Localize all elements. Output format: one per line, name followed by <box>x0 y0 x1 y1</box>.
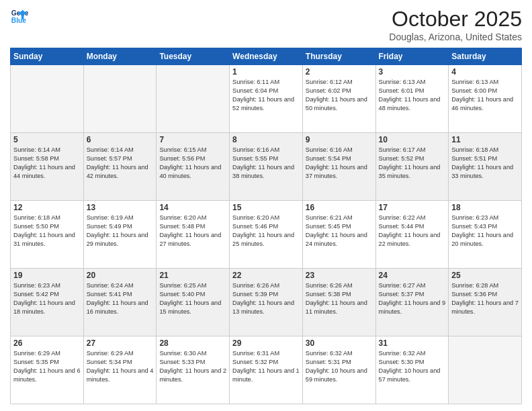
day-info: Sunrise: 6:14 AM Sunset: 5:58 PM Dayligh… <box>13 146 81 181</box>
day-info: Sunrise: 6:25 AM Sunset: 5:40 PM Dayligh… <box>159 281 226 316</box>
day-info: Sunrise: 6:12 AM Sunset: 6:02 PM Dayligh… <box>306 78 373 113</box>
table-row: 21Sunrise: 6:25 AM Sunset: 5:40 PM Dayli… <box>157 269 230 336</box>
header-saturday: Saturday <box>449 48 522 65</box>
day-number: 15 <box>232 203 300 212</box>
header-monday: Monday <box>83 48 157 65</box>
day-number: 9 <box>306 135 373 144</box>
header-friday: Friday <box>375 48 449 65</box>
day-info: Sunrise: 6:18 AM Sunset: 5:50 PM Dayligh… <box>13 214 81 248</box>
day-info: Sunrise: 6:18 AM Sunset: 5:51 PM Dayligh… <box>451 146 519 181</box>
weekday-header-row: Sunday Monday Tuesday Wednesday Thursday… <box>11 48 522 65</box>
day-info: Sunrise: 6:23 AM Sunset: 5:43 PM Dayligh… <box>451 214 519 248</box>
table-row: 9Sunrise: 6:16 AM Sunset: 5:54 PM Daylig… <box>302 133 375 201</box>
table-row: 12Sunrise: 6:18 AM Sunset: 5:50 PM Dayli… <box>11 201 84 269</box>
day-number: 27 <box>87 338 154 348</box>
day-number: 19 <box>13 271 81 280</box>
calendar-week-row: 19Sunrise: 6:23 AM Sunset: 5:42 PM Dayli… <box>11 269 522 336</box>
table-row: 25Sunrise: 6:28 AM Sunset: 5:36 PM Dayli… <box>449 269 522 336</box>
table-row: 26Sunrise: 6:29 AM Sunset: 5:35 PM Dayli… <box>11 336 84 404</box>
header: General Blue October 2025 Douglas, Arizo… <box>10 7 522 42</box>
day-number: 3 <box>379 67 446 77</box>
table-row: 3Sunrise: 6:13 AM Sunset: 6:01 PM Daylig… <box>375 65 449 133</box>
table-row <box>449 336 522 404</box>
day-number: 31 <box>379 338 446 348</box>
day-number: 21 <box>159 271 226 280</box>
table-row <box>83 65 157 133</box>
day-number: 6 <box>87 135 154 144</box>
day-info: Sunrise: 6:20 AM Sunset: 5:48 PM Dayligh… <box>159 214 226 248</box>
logo-icon: General Blue <box>10 7 29 26</box>
day-number: 10 <box>379 135 446 144</box>
table-row <box>11 65 84 133</box>
day-number: 1 <box>232 67 300 77</box>
calendar-week-row: 5Sunrise: 6:14 AM Sunset: 5:58 PM Daylig… <box>11 133 522 201</box>
day-number: 29 <box>232 338 300 348</box>
calendar: Sunday Monday Tuesday Wednesday Thursday… <box>10 48 522 404</box>
header-sunday: Sunday <box>11 48 84 65</box>
table-row: 14Sunrise: 6:20 AM Sunset: 5:48 PM Dayli… <box>157 201 230 269</box>
day-info: Sunrise: 6:13 AM Sunset: 6:01 PM Dayligh… <box>379 78 446 113</box>
day-number: 8 <box>232 135 300 144</box>
table-row: 19Sunrise: 6:23 AM Sunset: 5:42 PM Dayli… <box>11 269 84 336</box>
svg-text:Blue: Blue <box>11 17 27 24</box>
day-info: Sunrise: 6:32 AM Sunset: 5:31 PM Dayligh… <box>306 349 373 384</box>
table-row: 20Sunrise: 6:24 AM Sunset: 5:41 PM Dayli… <box>83 269 157 336</box>
day-number: 25 <box>451 271 519 280</box>
table-row: 4Sunrise: 6:13 AM Sunset: 6:00 PM Daylig… <box>449 65 522 133</box>
day-number: 12 <box>13 203 81 212</box>
table-row: 22Sunrise: 6:26 AM Sunset: 5:39 PM Dayli… <box>230 269 303 336</box>
day-info: Sunrise: 6:22 AM Sunset: 5:44 PM Dayligh… <box>379 214 446 248</box>
day-info: Sunrise: 6:29 AM Sunset: 5:35 PM Dayligh… <box>13 349 81 384</box>
day-number: 30 <box>306 338 373 348</box>
table-row: 1Sunrise: 6:11 AM Sunset: 6:04 PM Daylig… <box>230 65 303 133</box>
day-info: Sunrise: 6:31 AM Sunset: 5:32 PM Dayligh… <box>232 349 300 384</box>
table-row: 23Sunrise: 6:26 AM Sunset: 5:38 PM Dayli… <box>302 269 375 336</box>
day-info: Sunrise: 6:17 AM Sunset: 5:52 PM Dayligh… <box>379 146 446 181</box>
day-info: Sunrise: 6:19 AM Sunset: 5:49 PM Dayligh… <box>87 214 154 248</box>
day-number: 26 <box>13 338 81 348</box>
day-number: 13 <box>87 203 154 212</box>
table-row: 7Sunrise: 6:15 AM Sunset: 5:56 PM Daylig… <box>157 133 230 201</box>
table-row: 29Sunrise: 6:31 AM Sunset: 5:32 PM Dayli… <box>230 336 303 404</box>
table-row: 27Sunrise: 6:29 AM Sunset: 5:34 PM Dayli… <box>83 336 157 404</box>
day-number: 17 <box>379 203 446 212</box>
day-info: Sunrise: 6:14 AM Sunset: 5:57 PM Dayligh… <box>87 146 154 181</box>
day-number: 24 <box>379 271 446 280</box>
day-info: Sunrise: 6:26 AM Sunset: 5:39 PM Dayligh… <box>232 281 300 316</box>
day-info: Sunrise: 6:11 AM Sunset: 6:04 PM Dayligh… <box>232 78 300 113</box>
table-row: 28Sunrise: 6:30 AM Sunset: 5:33 PM Dayli… <box>157 336 230 404</box>
day-number: 5 <box>13 135 81 144</box>
table-row: 31Sunrise: 6:32 AM Sunset: 5:30 PM Dayli… <box>375 336 449 404</box>
day-info: Sunrise: 6:16 AM Sunset: 5:55 PM Dayligh… <box>232 146 300 181</box>
table-row: 2Sunrise: 6:12 AM Sunset: 6:02 PM Daylig… <box>302 65 375 133</box>
table-row: 24Sunrise: 6:27 AM Sunset: 5:37 PM Dayli… <box>375 269 449 336</box>
table-row: 15Sunrise: 6:20 AM Sunset: 5:46 PM Dayli… <box>230 201 303 269</box>
title-block: October 2025 Douglas, Arizona, United St… <box>389 7 522 42</box>
day-info: Sunrise: 6:15 AM Sunset: 5:56 PM Dayligh… <box>159 146 226 181</box>
table-row: 8Sunrise: 6:16 AM Sunset: 5:55 PM Daylig… <box>230 133 303 201</box>
day-number: 28 <box>159 338 226 348</box>
table-row: 13Sunrise: 6:19 AM Sunset: 5:49 PM Dayli… <box>83 201 157 269</box>
day-number: 11 <box>451 135 519 144</box>
table-row: 16Sunrise: 6:21 AM Sunset: 5:45 PM Dayli… <box>302 201 375 269</box>
day-number: 22 <box>232 271 300 280</box>
calendar-week-row: 1Sunrise: 6:11 AM Sunset: 6:04 PM Daylig… <box>11 65 522 133</box>
day-number: 7 <box>159 135 226 144</box>
day-info: Sunrise: 6:27 AM Sunset: 5:37 PM Dayligh… <box>379 281 446 316</box>
table-row: 11Sunrise: 6:18 AM Sunset: 5:51 PM Dayli… <box>449 133 522 201</box>
header-tuesday: Tuesday <box>157 48 230 65</box>
table-row: 30Sunrise: 6:32 AM Sunset: 5:31 PM Dayli… <box>302 336 375 404</box>
day-number: 14 <box>159 203 226 212</box>
day-number: 20 <box>87 271 154 280</box>
day-info: Sunrise: 6:13 AM Sunset: 6:00 PM Dayligh… <box>451 78 519 113</box>
day-number: 2 <box>306 67 373 77</box>
day-info: Sunrise: 6:30 AM Sunset: 5:33 PM Dayligh… <box>159 349 226 384</box>
location: Douglas, Arizona, United States <box>389 32 522 42</box>
logo: General Blue <box>10 7 29 26</box>
header-wednesday: Wednesday <box>230 48 303 65</box>
day-info: Sunrise: 6:26 AM Sunset: 5:38 PM Dayligh… <box>306 281 373 316</box>
table-row: 10Sunrise: 6:17 AM Sunset: 5:52 PM Dayli… <box>375 133 449 201</box>
day-info: Sunrise: 6:32 AM Sunset: 5:30 PM Dayligh… <box>379 349 446 384</box>
day-info: Sunrise: 6:29 AM Sunset: 5:34 PM Dayligh… <box>87 349 154 384</box>
calendar-week-row: 12Sunrise: 6:18 AM Sunset: 5:50 PM Dayli… <box>11 201 522 269</box>
